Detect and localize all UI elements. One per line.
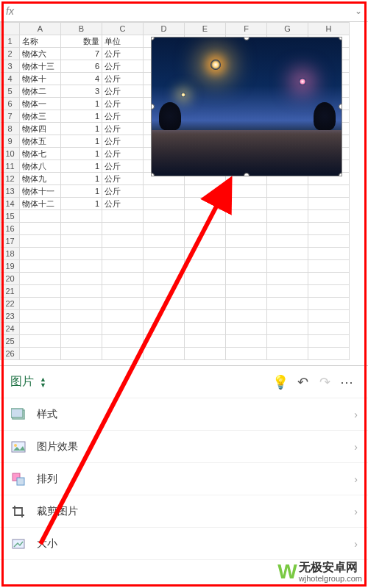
panel-title[interactable]: 图片 — [10, 374, 34, 390]
cell[interactable] — [185, 260, 226, 273]
cell[interactable] — [144, 198, 185, 210]
cell[interactable] — [102, 323, 144, 335]
row-header[interactable]: 19 — [1, 260, 20, 273]
cell[interactable] — [185, 323, 226, 335]
column-header[interactable]: H — [308, 23, 350, 35]
cell[interactable] — [267, 248, 308, 260]
cell[interactable] — [61, 260, 102, 273]
row-header[interactable]: 6 — [1, 98, 20, 110]
resize-handle-s[interactable] — [244, 173, 250, 176]
cell[interactable] — [308, 210, 350, 223]
column-header[interactable]: C — [102, 23, 144, 35]
lightbulb-icon[interactable]: 💡 — [269, 374, 291, 390]
menu-item-crop[interactable]: 裁剪图片› — [0, 495, 368, 528]
cell[interactable] — [308, 285, 350, 298]
cell[interactable] — [61, 210, 102, 223]
cell[interactable] — [185, 335, 226, 348]
cell[interactable] — [144, 285, 185, 298]
row-header[interactable]: 5 — [1, 85, 20, 98]
row-header[interactable]: 1 — [1, 35, 20, 48]
column-header[interactable]: B — [61, 23, 102, 35]
cell[interactable]: 1 — [61, 98, 102, 110]
cell[interactable] — [61, 335, 102, 348]
cell[interactable] — [226, 298, 267, 310]
cell[interactable] — [102, 210, 144, 223]
cell[interactable] — [61, 348, 102, 360]
cell[interactable] — [102, 348, 144, 360]
cell[interactable] — [185, 210, 226, 223]
cell[interactable] — [267, 260, 308, 273]
cell[interactable] — [61, 285, 102, 298]
cell[interactable]: 7 — [61, 48, 102, 60]
cell[interactable] — [20, 223, 61, 235]
menu-item-size[interactable]: 大小› — [0, 528, 368, 560]
cell[interactable] — [185, 185, 226, 198]
cell[interactable] — [308, 185, 350, 198]
cell[interactable] — [267, 285, 308, 298]
spreadsheet-grid[interactable]: ABCDEFGH1名称数量单位2物体六7公斤3物体十三6公斤4物体十4公斤5物体… — [0, 22, 368, 365]
cell[interactable]: 物体七 — [20, 148, 61, 160]
row-header[interactable]: 24 — [1, 323, 20, 335]
cell[interactable] — [102, 298, 144, 310]
cell[interactable] — [267, 335, 308, 348]
cell[interactable] — [185, 223, 226, 235]
cell[interactable] — [144, 185, 185, 198]
row-header[interactable]: 7 — [1, 110, 20, 123]
cell[interactable]: 4 — [61, 73, 102, 85]
cell[interactable]: 物体六 — [20, 48, 61, 60]
cell[interactable]: 1 — [61, 160, 102, 173]
row-header[interactable]: 4 — [1, 73, 20, 85]
cell[interactable]: 公斤 — [102, 123, 144, 135]
cell[interactable] — [226, 235, 267, 248]
cell[interactable] — [102, 260, 144, 273]
undo-icon[interactable]: ↶ — [291, 374, 314, 390]
cell[interactable]: 1 — [61, 185, 102, 198]
cell[interactable] — [20, 323, 61, 335]
cell[interactable]: 公斤 — [102, 48, 144, 60]
cell[interactable] — [267, 210, 308, 223]
cell[interactable]: 公斤 — [102, 110, 144, 123]
more-icon[interactable]: ⋯ — [336, 374, 358, 390]
cell[interactable] — [226, 248, 267, 260]
cell[interactable] — [20, 273, 61, 285]
row-header[interactable]: 17 — [1, 235, 20, 248]
cell[interactable]: 公斤 — [102, 73, 144, 85]
cell[interactable]: 物体三 — [20, 110, 61, 123]
cell[interactable] — [61, 235, 102, 248]
row-header[interactable]: 11 — [1, 160, 20, 173]
cell[interactable] — [226, 348, 267, 360]
cell[interactable]: 物体九 — [20, 173, 61, 185]
cell[interactable] — [308, 348, 350, 360]
row-header[interactable]: 16 — [1, 223, 20, 235]
cell[interactable] — [144, 248, 185, 260]
cell[interactable] — [185, 248, 226, 260]
cell[interactable] — [267, 223, 308, 235]
cell[interactable] — [61, 323, 102, 335]
cell[interactable] — [185, 235, 226, 248]
cell[interactable] — [61, 223, 102, 235]
row-header[interactable]: 14 — [1, 198, 20, 210]
cell[interactable]: 物体八 — [20, 160, 61, 173]
cell[interactable]: 公斤 — [102, 173, 144, 185]
row-header[interactable]: 12 — [1, 173, 20, 185]
resize-handle-ne[interactable] — [339, 37, 342, 40]
cell[interactable] — [102, 285, 144, 298]
cell[interactable] — [20, 248, 61, 260]
row-header[interactable]: 9 — [1, 135, 20, 148]
cell[interactable] — [308, 323, 350, 335]
row-header[interactable]: 10 — [1, 148, 20, 160]
cell[interactable] — [185, 198, 226, 210]
cell[interactable]: 物体十 — [20, 73, 61, 85]
cell[interactable] — [144, 310, 185, 323]
cell[interactable] — [267, 310, 308, 323]
resize-handle-nw[interactable] — [151, 37, 155, 40]
menu-item-effects[interactable]: 图片效果› — [0, 431, 368, 463]
cell[interactable] — [308, 335, 350, 348]
cell[interactable] — [226, 260, 267, 273]
cell[interactable]: 公斤 — [102, 160, 144, 173]
cell[interactable]: 公斤 — [102, 135, 144, 148]
cell[interactable] — [308, 198, 350, 210]
select-all-corner[interactable] — [1, 23, 20, 35]
cell[interactable] — [226, 210, 267, 223]
cell[interactable] — [226, 285, 267, 298]
